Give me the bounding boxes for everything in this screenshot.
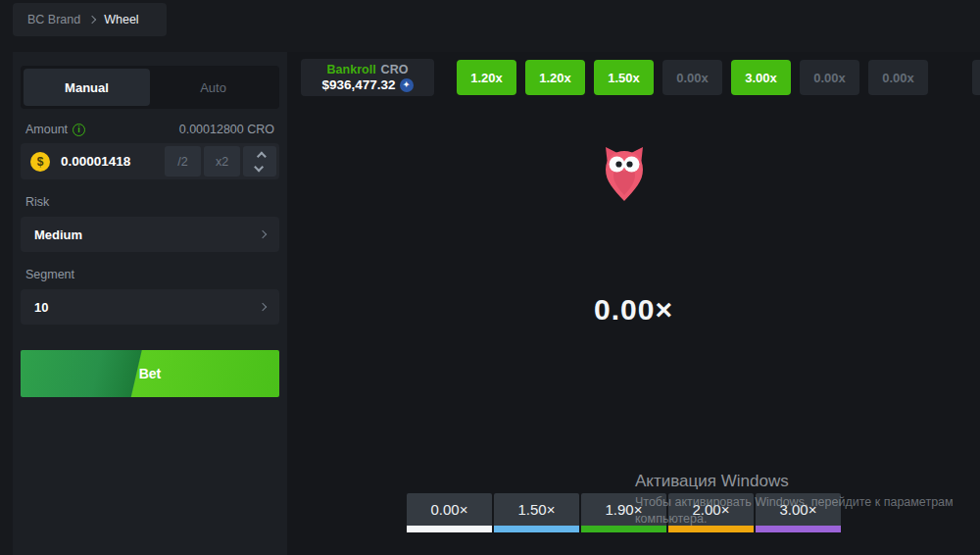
bet-amount-input[interactable] [61, 154, 162, 169]
result-multiplier: 0.00x [800, 60, 859, 95]
bet-panel: Manual Auto Amount i 0.00012800 CRO $ /2… [13, 52, 287, 555]
bankroll-header: Bankroll CRO [327, 63, 409, 76]
legend-value: 0.00× [407, 493, 492, 526]
main-layout: Manual Auto Amount i 0.00012800 CRO $ /2… [0, 52, 980, 555]
mode-tabs: Manual Auto [21, 66, 279, 109]
result-multiplier: 0.00x [868, 60, 928, 95]
chevron-right-icon [259, 303, 267, 311]
result-multiplier: 0.00x [662, 60, 722, 95]
balance-amount: 0.00012800 CRO [179, 123, 274, 136]
chevron-right-icon [259, 230, 267, 238]
bankroll-currency: CRO [381, 63, 409, 76]
owl-mascot-icon [603, 145, 646, 202]
result-multiplier: 1.20x [525, 60, 585, 95]
legend-value: 1.50× [494, 493, 579, 526]
amount-label-text: Amount [25, 123, 68, 136]
tab-auto[interactable]: Auto [150, 69, 276, 106]
bankroll-amount: $936,477.32 [321, 77, 395, 92]
risk-select[interactable]: Medium [21, 217, 279, 252]
result-multiplier: 1.20x [457, 60, 516, 95]
game-area: Bankroll CRO $936,477.32 ✦ 1.20x 1.20x 1… [287, 52, 980, 555]
legend-color-bar [756, 526, 841, 532]
segment-value: 10 [34, 300, 48, 315]
legend-color-bar [668, 526, 754, 532]
segment-select[interactable]: 10 [21, 289, 279, 325]
result-multiplier-partial [972, 60, 980, 95]
tab-manual[interactable]: Manual [24, 69, 150, 106]
amount-input-group: $ /2 x2 [21, 143, 279, 179]
breadcrumb-separator-icon [88, 16, 96, 24]
bankroll-selector[interactable]: Bankroll CRO $936,477.32 ✦ [301, 59, 434, 96]
legend-value: 1.90× [581, 493, 666, 526]
breadcrumb: BC Brand Wheel [13, 3, 167, 36]
legend-item: 0.00× [407, 493, 492, 532]
legend-value: 2.00× [668, 493, 754, 526]
recent-results-strip: 1.20x 1.20x 1.50x 0.00x 3.00x 0.00x 0.00… [457, 60, 928, 95]
risk-label: Risk [25, 195, 274, 209]
amount-stepper [243, 146, 276, 177]
amount-label-row: Amount i 0.00012800 CRO [25, 123, 274, 136]
bankroll-amount-row: $936,477.32 ✦ [321, 77, 413, 92]
legend-color-bar [494, 526, 579, 532]
amount-step-up-button[interactable] [256, 151, 266, 161]
legend-color-bar [407, 526, 492, 532]
legend-item: 1.90× [581, 493, 666, 532]
double-amount-button[interactable]: x2 [204, 146, 240, 177]
result-multiplier: 1.50x [594, 60, 654, 95]
top-bar: BC Brand Wheel [0, 0, 980, 52]
payout-legend: 0.00× 1.50× 1.90× 2.00× 3.00× [407, 493, 841, 532]
amount-label: Amount i [25, 123, 85, 136]
legend-value: 3.00× [756, 493, 841, 526]
bet-button[interactable]: Bet [21, 350, 279, 397]
risk-value: Medium [34, 227, 82, 242]
breadcrumb-brand-link[interactable]: BC Brand [27, 13, 80, 26]
segment-label: Segment [25, 268, 274, 281]
legend-item: 2.00× [668, 493, 754, 532]
amount-step-down-button[interactable] [254, 162, 264, 172]
dollar-coin-icon: $ [30, 152, 50, 172]
legend-item: 3.00× [756, 493, 841, 532]
cro-coin-icon: ✦ [400, 78, 414, 92]
info-icon[interactable]: i [73, 124, 85, 136]
half-amount-button[interactable]: /2 [165, 146, 201, 177]
bankroll-title: Bankroll [327, 63, 376, 76]
result-multiplier: 3.00x [731, 60, 791, 95]
current-multiplier: 0.00× [287, 293, 980, 327]
legend-color-bar [581, 526, 666, 532]
breadcrumb-current-page: Wheel [104, 13, 138, 26]
legend-item: 1.50× [494, 493, 579, 532]
